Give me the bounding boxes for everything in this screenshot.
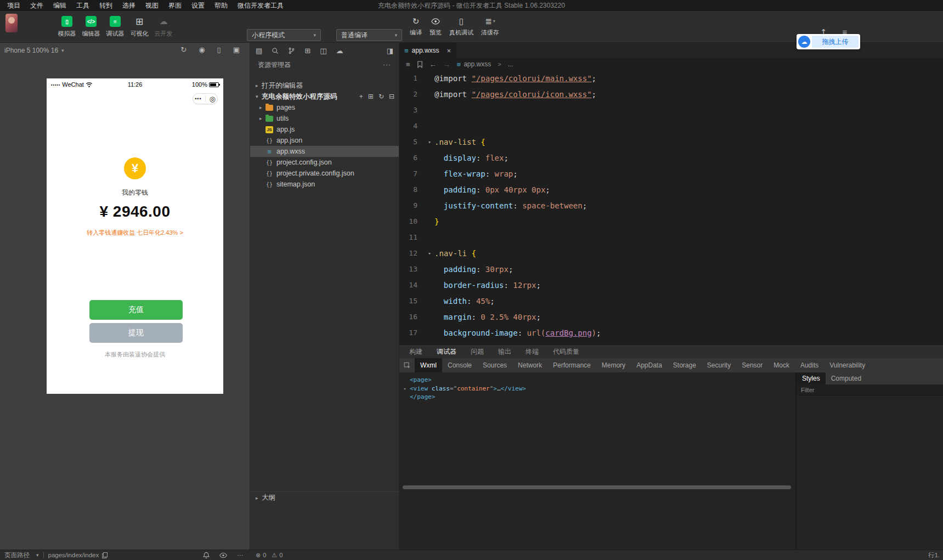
wxml-node-2[interactable]: </page> (404, 393, 792, 401)
code-line-13[interactable]: 13 padding: 30rpx; (399, 261, 943, 277)
menu-item-5[interactable]: 选择 (117, 0, 140, 11)
new-file-icon[interactable]: + (359, 93, 363, 100)
devtools-tab-memory[interactable]: Memory (596, 358, 631, 372)
panel-tab-输出[interactable]: 输出 (498, 347, 511, 357)
code-line-16[interactable]: 16 margin: 0 2.5% 40rpx; (399, 309, 943, 325)
drag-upload-overlay[interactable]: ☁ 拖拽上传 (797, 34, 860, 49)
cursor-position[interactable]: 行1. (928, 551, 940, 559)
menu-item-6[interactable]: 视图 (140, 0, 163, 11)
menu-item-2[interactable]: 编辑 (48, 0, 71, 11)
file-row-sitemap.json[interactable]: {}sitemap.json (250, 179, 399, 190)
action-clear-cache[interactable]: ≣▾清缓存 (477, 16, 503, 37)
panel-tab-问题[interactable]: 问题 (471, 347, 484, 357)
styles-tab-styles[interactable]: Styles (797, 372, 826, 384)
devtools-tab-appdata[interactable]: AppData (631, 358, 668, 372)
problem-counts[interactable]: ⊗ 0 ⚠ 0 (256, 552, 283, 559)
file-row-app.json[interactable]: {}app.json (250, 135, 399, 146)
project-root-row[interactable]: ▾ 充电余额特效小程序源码 + ⊞ ↻ ⊟ (250, 91, 399, 102)
compile-mode-select[interactable]: 普通编译 ▾ (336, 29, 402, 41)
action-preview[interactable]: 预览 (426, 16, 445, 37)
page-path-selector[interactable]: 页面路径 ▾ (4, 551, 39, 559)
code-line-11[interactable]: 11 (399, 229, 943, 245)
code-line-12[interactable]: 12▾.nav-li { (399, 245, 943, 261)
cloud-icon[interactable]: ☁ (336, 47, 343, 55)
code-line-17[interactable]: 17 background-image: url(cardBg.png); (399, 325, 943, 341)
outline-list-icon[interactable]: ≡ (406, 60, 410, 69)
back-icon[interactable]: ← (430, 60, 437, 69)
code-line-2[interactable]: 2@import "/pages/colorui/icon.wxss"; (399, 86, 943, 102)
devtools-tab-network[interactable]: Network (512, 358, 547, 372)
toolbar-button-editor[interactable]: </>编辑器 (79, 16, 103, 38)
devtools-tab-sources[interactable]: Sources (477, 358, 512, 372)
file-row-app.wxss[interactable]: ≡app.wxss (250, 146, 399, 157)
horizontal-scrollbar[interactable] (403, 485, 791, 489)
styles-tab-computed[interactable]: Computed (826, 372, 867, 384)
code-line-4[interactable]: 4 (399, 118, 943, 134)
menu-item-8[interactable]: 设置 (187, 0, 210, 11)
file-row-utils[interactable]: ▸utils (250, 113, 399, 124)
menu-item-0[interactable]: 项目 (2, 0, 25, 11)
code-line-8[interactable]: 8 padding: 0px 40rpx 0px; (399, 182, 943, 197)
devtools-tab-performance[interactable]: Performance (547, 358, 596, 372)
devtools-tab-mock[interactable]: Mock (768, 358, 795, 372)
wxml-node-1[interactable]: ▸<view class="container">…</view> (404, 384, 792, 393)
expand-arrow[interactable]: ▸ (404, 386, 410, 391)
bookmark-icon[interactable] (417, 61, 423, 68)
miniprogram-capsule[interactable]: ••• ◎ (193, 93, 218, 104)
file-row-app.js[interactable]: JSapp.js (250, 124, 399, 135)
withdraw-button[interactable]: 提现 (89, 323, 183, 343)
notification-bell-icon[interactable] (203, 552, 210, 559)
record-icon[interactable]: ◉ (199, 46, 205, 54)
search-icon[interactable] (272, 47, 279, 54)
devtools-tab-audits[interactable]: Audits (795, 358, 824, 372)
devtools-tab-storage[interactable]: Storage (668, 358, 702, 372)
fold-marker[interactable]: ▾ (425, 251, 434, 256)
split-editor-icon[interactable]: ◫ (320, 47, 326, 55)
fold-marker[interactable]: ▾ (425, 139, 434, 145)
panel-tab-调试器[interactable]: 调试器 (437, 347, 456, 357)
code-line-1[interactable]: 1@import "/pages/colorui/main.wxss"; (399, 70, 943, 86)
code-line-7[interactable]: 7 flex-wrap: wrap; (399, 166, 943, 182)
explorer-more-icon[interactable]: ··· (383, 61, 391, 69)
file-row-project.private.config.json[interactable]: {}project.private.config.json (250, 168, 399, 179)
styles-filter-input[interactable]: Filter (797, 384, 943, 395)
wxml-node-0[interactable]: <page> (404, 376, 792, 384)
forward-icon[interactable]: → (443, 60, 450, 69)
avatar[interactable] (5, 14, 18, 32)
capsule-more-icon[interactable]: ••• (195, 96, 201, 101)
open-editors-section[interactable]: ▸ 打开的编辑器 (250, 80, 399, 91)
mode-select[interactable]: 小程序模式 ▾ (247, 29, 321, 41)
toolbar-button-visualization[interactable]: ⊞可视化 (127, 16, 151, 38)
eye-icon[interactable] (219, 552, 227, 558)
rotate-icon[interactable]: ↻ (180, 46, 187, 54)
devtools-tab-vulnerability[interactable]: Vulnerability (824, 358, 871, 372)
action-compile[interactable]: ↻编译 (406, 16, 426, 37)
menu-item-1[interactable]: 文件 (25, 0, 48, 11)
panel-tab-代码质量[interactable]: 代码质量 (553, 347, 579, 357)
multi-window-icon[interactable]: ▣ (233, 46, 240, 54)
menu-item-7[interactable]: 界面 (163, 0, 187, 11)
devtools-tab-security[interactable]: Security (702, 358, 736, 372)
file-row-pages[interactable]: ▸pages (250, 102, 399, 113)
recharge-button[interactable]: 充值 (89, 300, 183, 320)
code-line-14[interactable]: 14 border-radius: 12rpx; (399, 277, 943, 293)
action-device-debug[interactable]: ▯真机调试 (445, 16, 477, 37)
panel-tab-构建[interactable]: 构建 (409, 347, 422, 357)
inspect-element-icon[interactable] (399, 362, 415, 369)
capsule-close-icon[interactable]: ◎ (209, 95, 215, 103)
copy-icon[interactable] (102, 552, 107, 558)
devtools-tab-console[interactable]: Console (442, 358, 477, 372)
more-options-icon[interactable]: ··· (237, 552, 244, 558)
code-line-6[interactable]: 6 display: flex; (399, 150, 943, 166)
code-line-3[interactable]: 3 (399, 102, 943, 118)
code-area[interactable]: 1@import "/pages/colorui/main.wxss";2@im… (399, 70, 943, 344)
devtools-tab-wxml[interactable]: Wxml (415, 358, 442, 372)
code-line-9[interactable]: 9 justify-content: space-between; (399, 197, 943, 213)
breadcrumb-file[interactable]: ≡ app.wxss (457, 60, 492, 69)
menu-item-10[interactable]: 微信开发者工具 (233, 0, 289, 11)
files-icon[interactable]: ▤ (256, 47, 262, 55)
menu-item-3[interactable]: 工具 (71, 0, 94, 11)
file-row-project.config.json[interactable]: {}project.config.json (250, 157, 399, 168)
panel-toggle-icon[interactable]: ◨ (387, 47, 393, 55)
collapse-all-icon[interactable]: ⊟ (389, 93, 394, 100)
